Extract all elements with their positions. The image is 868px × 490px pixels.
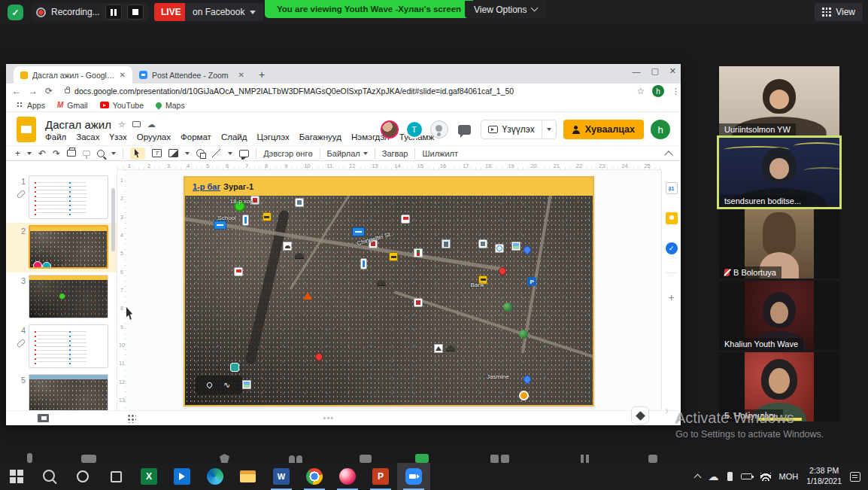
close-icon[interactable]: ✕ <box>669 66 676 76</box>
thumbnail-row-5[interactable]: 5 <box>6 372 117 410</box>
battery-icon[interactable] <box>741 473 752 479</box>
slide-thumbnail-map-blue[interactable] <box>29 374 108 410</box>
speaker-notes-handle[interactable]: ••• <box>323 413 335 422</box>
refresh-icon[interactable]: ⟳ <box>45 87 53 96</box>
menu-arrange[interactable]: Цэгцлэх <box>256 132 289 142</box>
participant-tile[interactable]: B Bolortuya <box>719 209 839 278</box>
menu-view[interactable]: Үзэх <box>110 132 127 142</box>
picsart-icon[interactable] <box>331 463 364 490</box>
chrome-icon[interactable] <box>298 463 331 490</box>
anonymous-viewers-avatar[interactable] <box>430 120 448 138</box>
comment-history-icon[interactable] <box>458 125 471 135</box>
security-shield-icon[interactable]: ✓ <box>8 5 23 20</box>
image-caret[interactable] <box>185 152 190 155</box>
file-explorer-icon[interactable] <box>232 463 265 490</box>
paint-format-icon[interactable] <box>83 151 90 156</box>
powerpoint-icon[interactable] <box>364 463 397 490</box>
view-options-dropdown[interactable]: View Options <box>465 1 546 18</box>
calendar-icon[interactable]: 31 <box>666 182 678 194</box>
slide-thumbnail-map-dark[interactable] <box>29 275 108 318</box>
maximize-icon[interactable]: ▢ <box>651 66 658 76</box>
usb-device-icon[interactable] <box>727 472 733 481</box>
gallery-view-button[interactable]: View <box>815 3 863 21</box>
zoom-tool-icon[interactable] <box>97 150 105 157</box>
shape-icon[interactable] <box>196 149 205 157</box>
participant-tile[interactable]: Khaliun Youth Wave <box>719 281 839 350</box>
add-addon-icon[interactable]: + <box>668 291 674 303</box>
forward-icon[interactable]: → <box>29 87 38 96</box>
toolbar-collapse-icon[interactable] <box>664 151 672 159</box>
filmstrip-view-icon[interactable] <box>38 414 49 422</box>
collaborator-avatar[interactable] <box>381 120 399 138</box>
background-button[interactable]: Дэвсгэр өнгө <box>263 149 312 158</box>
theme-button[interactable]: Загвар <box>382 149 408 158</box>
address-bar[interactable]: docs.google.com/presentation/d/10GiJaAOc… <box>60 85 629 97</box>
clock[interactable]: 2:38 PM 1/18/2021 <box>806 466 842 486</box>
browser-menu-icon[interactable]: ⋮ <box>672 90 675 93</box>
participants-icon[interactable] <box>289 455 295 463</box>
participant-tile[interactable]: Б. Номундарь <box>719 352 839 422</box>
invite-icon[interactable] <box>648 455 657 463</box>
current-slide[interactable]: 1-р баг Зураг-1 ∿ 18-р хор...SchoolChing… <box>184 176 594 406</box>
language-indicator[interactable]: MOH <box>779 472 799 481</box>
back-icon[interactable]: ← <box>12 87 21 96</box>
thumbnail-row-1[interactable]: 1 <box>6 173 117 223</box>
line-caret[interactable] <box>228 152 232 155</box>
tab-google-slides[interactable]: Дасгал ажил - Google Слайд ✕ <box>14 66 132 84</box>
participants-icon[interactable] <box>296 455 302 463</box>
task-view-icon[interactable] <box>99 463 132 490</box>
document-title[interactable]: Дасгал ажил <box>45 118 111 131</box>
slide-thumbnail-map-selected[interactable] <box>29 225 108 269</box>
edge-icon[interactable] <box>199 463 232 490</box>
map-controls[interactable]: ∿ <box>196 376 242 394</box>
redo-icon[interactable]: ↷ <box>53 148 60 160</box>
transition-button[interactable]: Шилжилт <box>422 149 458 158</box>
close-tab-icon[interactable]: ✕ <box>238 71 244 79</box>
present-button[interactable]: Үзүүлэх <box>481 120 557 139</box>
grid-view-icon[interactable] <box>127 414 136 423</box>
share-button[interactable]: Хуваалцах <box>563 120 644 139</box>
mic-icon[interactable] <box>27 453 32 463</box>
camera-icon[interactable] <box>81 455 96 463</box>
slide-title-link[interactable]: 1-р баг <box>193 182 220 191</box>
excel-icon[interactable] <box>132 463 165 490</box>
record-icon[interactable] <box>501 455 509 463</box>
map-canvas[interactable]: ∿ 18-р хор...SchoolChingeltei StBankJasm… <box>185 196 593 405</box>
slide-thumbnail-legend[interactable] <box>29 175 108 219</box>
thumbnail-row-2[interactable]: 2 <box>6 223 117 272</box>
tasks-icon[interactable]: ✓ <box>666 242 678 254</box>
line-icon[interactable] <box>211 149 221 157</box>
minimize-icon[interactable]: — <box>632 67 640 76</box>
menu-tools[interactable]: Багажнууд <box>299 132 341 142</box>
explore-button[interactable] <box>631 406 649 425</box>
bookmark-youtube[interactable]: YouTube <box>100 101 144 110</box>
select-tool-button[interactable] <box>130 148 145 160</box>
stop-recording-button[interactable] <box>127 5 144 20</box>
menu-edit[interactable]: Засах <box>76 132 99 142</box>
insert-image-icon[interactable] <box>168 149 178 157</box>
chat-icon[interactable] <box>360 455 372 463</box>
tab-zoom-attendee[interactable]: Post Attendee - Zoom ✕ <box>132 66 251 84</box>
pause-recording-button[interactable] <box>105 5 122 20</box>
start-icon[interactable] <box>0 463 33 490</box>
new-slide-button[interactable]: + <box>15 148 20 160</box>
live-on-facebook-dropdown[interactable]: on Facebook <box>185 3 263 21</box>
zoom-caret[interactable] <box>111 152 116 155</box>
word-icon[interactable] <box>265 463 298 490</box>
onedrive-icon[interactable]: ☁ <box>709 471 719 482</box>
bookmark-apps[interactable]: Apps <box>17 101 45 110</box>
google-slides-icon[interactable] <box>17 117 36 142</box>
star-icon[interactable]: ☆ <box>118 120 126 129</box>
new-tab-button[interactable]: + <box>259 68 265 81</box>
participant-tile-active-speaker[interactable]: tsendsuren boditse... <box>719 138 839 207</box>
move-folder-icon[interactable] <box>132 121 141 127</box>
bookmark-maps[interactable]: Maps <box>156 101 185 110</box>
collaborator-avatar[interactable]: T <box>405 120 423 138</box>
slide-thumbnail-legend[interactable] <box>29 324 108 368</box>
share-screen-icon[interactable] <box>415 454 429 463</box>
participant-tile[interactable]: Uuriintsolmon YW <box>719 66 839 135</box>
bookmark-star-icon[interactable]: ☆ <box>636 86 645 96</box>
menu-insert[interactable]: Оруулах <box>137 132 171 142</box>
account-avatar[interactable]: h <box>651 120 670 139</box>
browser-profile-avatar[interactable]: h <box>652 85 664 97</box>
